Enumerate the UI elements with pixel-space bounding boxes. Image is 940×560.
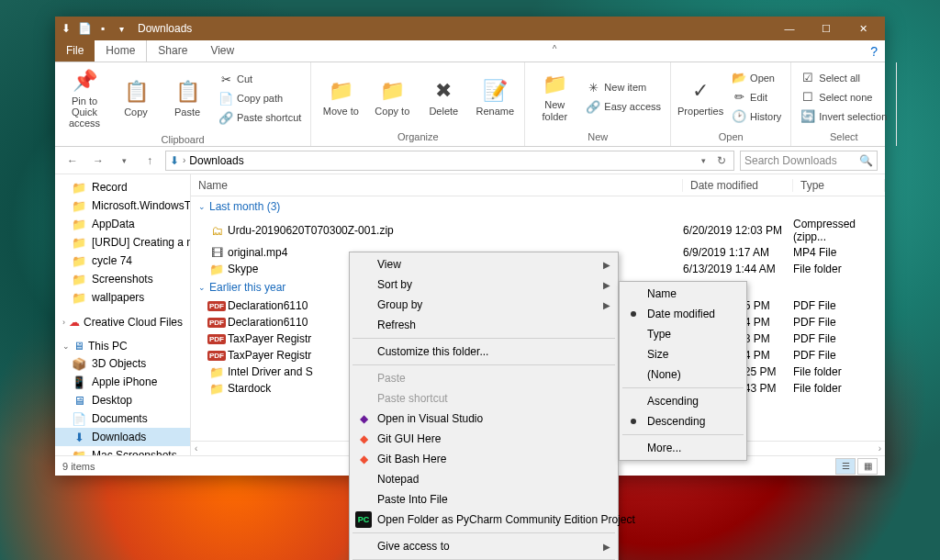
properties-button[interactable]: ✓Properties [677, 64, 724, 129]
tab-share[interactable]: Share [147, 40, 199, 62]
menu-refresh[interactable]: Refresh [352, 315, 616, 335]
sidebar-item[interactable]: 📄Documents [55, 409, 190, 428]
sidebar-this-pc[interactable]: ⌄🖥This PC [55, 338, 190, 354]
ribbon: 📌Pin to Quick access 📋Copy 📋Paste ✂Cut 📄… [55, 62, 885, 147]
column-date[interactable]: Date modified [683, 179, 793, 192]
sidebar-item[interactable]: 📁cycle 74 [55, 252, 190, 270]
submenu-more[interactable]: More... [621, 438, 744, 458]
help-button[interactable]: ? [863, 40, 885, 62]
git-icon: ◆ [355, 451, 372, 467]
menu-view[interactable]: View▶ [352, 254, 616, 274]
menu-open-visual-studio[interactable]: ◆Open in Visual Studio [352, 409, 616, 429]
select-none-button[interactable]: ☐Select none [797, 88, 890, 106]
menu-paste-into-file[interactable]: Paste Into File [352, 489, 616, 510]
invert-selection-button[interactable]: 🔄Invert selection [797, 107, 890, 126]
pin-icon: 📌 [72, 68, 97, 94]
minimize-button[interactable]: — [771, 17, 808, 40]
sidebar-item-label: Downloads [92, 431, 146, 443]
chevron-right-icon: ▶ [603, 542, 610, 552]
submenu-type[interactable]: Type [621, 324, 744, 344]
submenu-name[interactable]: Name [621, 284, 744, 304]
cut-button[interactable]: ✂Cut [215, 70, 305, 88]
select-all-button[interactable]: ☑Select all [797, 69, 890, 87]
tab-file[interactable]: File [55, 40, 95, 62]
sidebar-item[interactable]: 📁wallpapers [55, 288, 190, 307]
pasteshortcut-icon: 🔗 [218, 110, 233, 125]
menu-give-access[interactable]: Give access to▶ [352, 536, 616, 556]
selectnone-icon: ☐ [800, 90, 815, 105]
pin-quick-access-button[interactable]: 📌Pin to Quick access [61, 64, 108, 132]
menu-pycharm[interactable]: PCOpen Folder as PyCharm Community Editi… [352, 510, 616, 530]
paste-icon: 📋 [174, 79, 200, 105]
submenu-size[interactable]: Size [621, 344, 744, 364]
address-bar[interactable]: ⬇ › Downloads ▾ ↻ [165, 151, 734, 171]
menu-customize-folder[interactable]: Customize this folder... [352, 342, 616, 362]
qat-icon[interactable]: 📄 [77, 21, 92, 36]
menu-notepad[interactable]: Notepad [352, 469, 616, 489]
easy-access-button[interactable]: 🔗Easy access [582, 97, 665, 116]
delete-button[interactable]: ✖Delete [420, 64, 467, 129]
search-input[interactable]: Search Downloads 🔍 [740, 151, 878, 171]
copy-to-button[interactable]: 📁Copy to [368, 64, 416, 129]
submenu-date-modified[interactable]: Date modified [621, 304, 744, 324]
menu-group-by[interactable]: Group by▶ [352, 295, 616, 315]
easyaccess-icon: 🔗 [586, 99, 600, 114]
qat-pin-icon[interactable]: ▪ [95, 21, 110, 36]
recent-dropdown[interactable]: ▾ [114, 151, 134, 171]
maximize-button[interactable]: ☐ [808, 17, 845, 40]
pdf-icon: PDF [209, 348, 224, 363]
tab-home[interactable]: Home [95, 40, 147, 62]
menu-git-gui[interactable]: ◆Git GUI Here [352, 429, 616, 449]
sidebar-item[interactable]: 📁Microsoft.WindowsTe [55, 196, 190, 215]
download-icon: ⬇ [170, 154, 179, 167]
icons-view-button[interactable]: ▦ [857, 458, 878, 475]
edit-button[interactable]: ✏Edit [728, 88, 785, 106]
rename-button[interactable]: 📝Rename [471, 64, 519, 129]
tab-view[interactable]: View [199, 40, 246, 62]
copy-path-button[interactable]: 📄Copy path [215, 89, 305, 107]
details-view-button[interactable]: ☰ [835, 458, 856, 475]
column-name[interactable]: Name [191, 179, 683, 192]
refresh-icon[interactable]: ↻ [713, 154, 730, 167]
submenu-descending[interactable]: Descending [621, 411, 744, 431]
sidebar-item[interactable]: 📁Record [55, 178, 190, 196]
folder-icon: 📁 [209, 262, 224, 276]
chevron-right-icon[interactable]: › [183, 155, 185, 165]
sidebar-item[interactable]: 📦3D Objects [55, 354, 190, 373]
titlebar[interactable]: ⬇ 📄 ▪ ▾ Downloads — ☐ ✕ [55, 17, 885, 40]
move-to-button[interactable]: 📁Move to [317, 64, 364, 129]
submenu-ascending[interactable]: Ascending [621, 391, 744, 411]
sidebar-item[interactable]: 📁AppData [55, 215, 190, 233]
open-button[interactable]: 📂Open [728, 69, 785, 87]
address-dropdown-icon[interactable]: ▾ [698, 156, 710, 165]
menu-sort-by[interactable]: Sort by▶ [352, 274, 616, 295]
paste-shortcut-button[interactable]: 🔗Paste shortcut [215, 108, 305, 127]
sidebar-item[interactable]: 📁Mac Screenshots [55, 446, 190, 455]
group-header[interactable]: ⌄Last month (3) [191, 196, 885, 217]
file-row[interactable]: 🗂Urdu-20190620T070300Z-001.zip6/20/2019 … [191, 217, 885, 244]
paste-button[interactable]: 📋Paste [163, 64, 211, 132]
ribbon-collapse-icon[interactable]: ^ [547, 40, 563, 62]
copy-button[interactable]: 📋Copy [112, 64, 160, 132]
sidebar-item[interactable]: 🖥Desktop [55, 391, 190, 409]
delete-icon: ✖ [431, 78, 456, 104]
file-type: File folder [793, 382, 885, 395]
sidebar-item[interactable]: 📱Apple iPhone [55, 373, 190, 391]
submenu-none[interactable]: (None) [621, 364, 744, 385]
new-folder-button[interactable]: 📁New folder [531, 64, 578, 129]
sidebar-item[interactable]: 📁[URDU] Creating a new c [55, 233, 190, 252]
menu-git-bash[interactable]: ◆Git Bash Here [352, 449, 616, 469]
qat-dropdown-icon[interactable]: ▾ [114, 21, 129, 36]
close-button[interactable]: ✕ [845, 17, 881, 40]
folder-icon: 📁 [72, 253, 86, 268]
forward-button[interactable]: → [88, 151, 108, 171]
column-type[interactable]: Type [793, 179, 885, 192]
back-button[interactable]: ← [62, 151, 83, 171]
sidebar-item[interactable]: 📁Screenshots [55, 270, 190, 288]
new-item-button[interactable]: ✳New item [582, 78, 665, 96]
sidebar-creative-cloud[interactable]: ›☁Creative Cloud Files [55, 314, 190, 330]
sidebar-item[interactable]: ⬇Downloads [55, 428, 190, 446]
address-row: ← → ▾ ↑ ⬇ › Downloads ▾ ↻ Search Downloa… [55, 147, 885, 174]
up-button[interactable]: ↑ [140, 151, 160, 171]
history-button[interactable]: 🕑History [728, 107, 785, 126]
